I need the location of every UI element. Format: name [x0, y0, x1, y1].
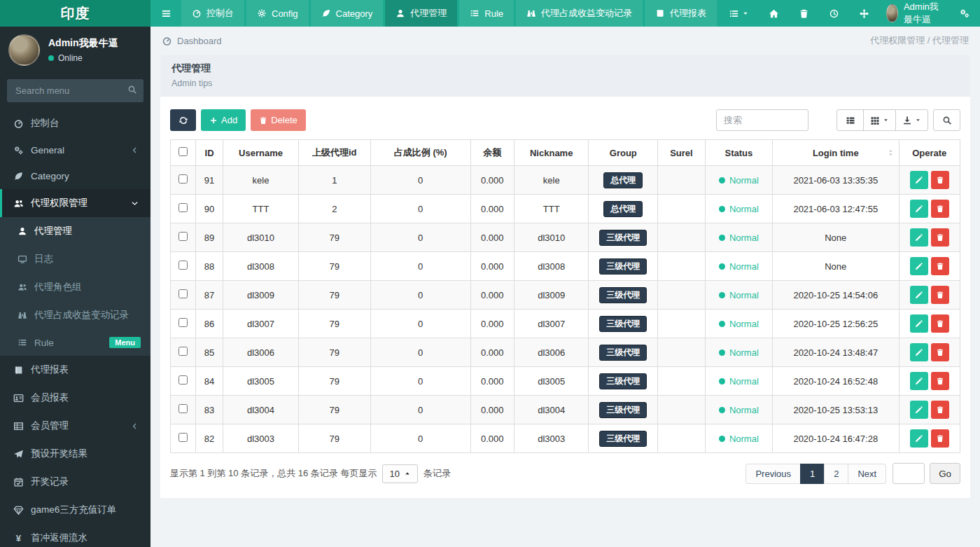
- row-delete-button[interactable]: [931, 401, 949, 419]
- refresh-button[interactable]: [170, 109, 196, 131]
- refresh-icon: [178, 116, 188, 125]
- row-delete-button[interactable]: [931, 429, 949, 448]
- trash-icon: [936, 434, 944, 443]
- row-delete-button[interactable]: [931, 200, 949, 218]
- home-button[interactable]: [759, 0, 789, 27]
- sidebar-item[interactable]: 会员报表: [0, 384, 150, 412]
- search-icon: [127, 85, 137, 95]
- nav-item[interactable]: Category: [311, 0, 384, 27]
- page-number-button[interactable]: 2: [824, 464, 848, 484]
- sidebar-submenu-item[interactable]: 代理占成收益变动记录: [0, 301, 150, 329]
- sidebar-item[interactable]: General: [0, 137, 150, 163]
- edit-button[interactable]: [910, 228, 928, 247]
- row-checkbox[interactable]: [178, 433, 188, 442]
- row-delete-button[interactable]: [931, 372, 949, 390]
- sidebar-toggle-button[interactable]: [150, 0, 181, 27]
- nav-item[interactable]: Rule: [459, 0, 514, 27]
- go-button[interactable]: Go: [930, 463, 960, 484]
- sidebar-item[interactable]: game6三方充值订单: [0, 496, 150, 524]
- sidebar-submenu-item[interactable]: 代理管理: [0, 217, 150, 245]
- row-checkbox[interactable]: [178, 289, 188, 298]
- export-dropdown-button[interactable]: [895, 109, 928, 131]
- user-menu[interactable]: Admin我最牛逼: [879, 0, 949, 27]
- sidebar-item[interactable]: Category: [0, 163, 150, 189]
- next-page-button[interactable]: Next: [848, 464, 886, 484]
- sidebar-item[interactable]: 控制台: [0, 109, 150, 137]
- clear-cache-button[interactable]: [789, 0, 819, 27]
- edit-button[interactable]: [910, 257, 928, 275]
- row-checkbox[interactable]: [178, 232, 188, 241]
- edit-button[interactable]: [910, 171, 928, 189]
- add-button[interactable]: Add: [201, 109, 246, 131]
- sidebar-item[interactable]: 预设开奖结果: [0, 440, 150, 468]
- column-header[interactable]: Username: [223, 140, 298, 166]
- column-header[interactable]: Status: [705, 140, 772, 166]
- fullscreen-button[interactable]: [849, 0, 879, 27]
- select-all-checkbox[interactable]: [178, 147, 188, 156]
- nav-item[interactable]: 代理报表: [645, 0, 717, 27]
- column-header[interactable]: Operate: [899, 140, 960, 166]
- row-delete-button[interactable]: [931, 343, 949, 361]
- settings-button[interactable]: [949, 0, 980, 27]
- trash-icon: [936, 319, 944, 328]
- cell-login-time: None: [773, 223, 899, 252]
- sidebar-user-panel[interactable]: Admin我最牛逼 Online: [0, 27, 150, 74]
- nav-item[interactable]: Config: [246, 0, 309, 27]
- row-checkbox[interactable]: [178, 375, 188, 385]
- page-size-select[interactable]: 10: [382, 464, 417, 483]
- row-delete-button[interactable]: [931, 171, 949, 189]
- column-header[interactable]: Nickname: [514, 140, 589, 166]
- row-delete-button[interactable]: [931, 228, 949, 247]
- dashboard-breadcrumb[interactable]: Dashboard: [162, 36, 222, 46]
- sidebar-item-label: Rule: [34, 338, 103, 348]
- edit-button[interactable]: [910, 372, 928, 390]
- sidebar-item[interactable]: 代理报表: [0, 356, 150, 384]
- previous-page-button[interactable]: Previous: [746, 464, 801, 484]
- column-header[interactable]: Surel: [658, 140, 705, 166]
- trash-icon: [936, 262, 944, 270]
- column-header[interactable]: ID: [195, 140, 223, 166]
- nav-item[interactable]: 控制台: [181, 0, 244, 27]
- edit-button[interactable]: [910, 314, 928, 333]
- row-checkbox[interactable]: [178, 318, 188, 327]
- row-checkbox[interactable]: [178, 261, 188, 270]
- sidebar-item[interactable]: 开奖记录: [0, 468, 150, 496]
- sidebar-submenu-item[interactable]: 日志: [0, 245, 150, 273]
- row-checkbox[interactable]: [178, 174, 188, 184]
- edit-button[interactable]: [910, 401, 928, 419]
- edit-button[interactable]: [910, 429, 928, 448]
- columns-dropdown-button[interactable]: [863, 109, 896, 131]
- quick-menu-dropdown-button[interactable]: [719, 0, 759, 27]
- column-header[interactable]: 上级代理id: [298, 140, 370, 166]
- delete-button[interactable]: Delete: [251, 109, 306, 131]
- sidebar-item[interactable]: 代理权限管理: [0, 189, 150, 217]
- row-checkbox[interactable]: [178, 347, 188, 356]
- column-header[interactable]: Login time: [773, 140, 899, 166]
- column-header[interactable]: Group: [589, 140, 658, 166]
- sidebar-item[interactable]: ¥首冲返佣流水: [0, 524, 150, 547]
- brand-logo[interactable]: 印度: [0, 0, 150, 27]
- row-delete-button[interactable]: [931, 257, 949, 275]
- table-search-input[interactable]: [716, 109, 808, 131]
- page-number-button[interactable]: 1: [800, 464, 825, 484]
- page-jump-input[interactable]: [892, 463, 925, 484]
- search-toggle-button[interactable]: [933, 109, 960, 131]
- edit-button[interactable]: [910, 343, 928, 361]
- row-delete-button[interactable]: [931, 286, 949, 304]
- sidebar-submenu-item[interactable]: RuleMenu: [0, 329, 150, 356]
- row-delete-button[interactable]: [931, 314, 949, 333]
- column-header[interactable]: 占成比例 (%): [370, 140, 470, 166]
- nav-item[interactable]: 代理管理: [385, 0, 457, 27]
- sidebar-submenu-item[interactable]: 代理角色组: [0, 273, 150, 301]
- nav-item[interactable]: 代理占成收益变动记录: [516, 0, 643, 27]
- edit-button[interactable]: [910, 286, 928, 304]
- row-checkbox[interactable]: [178, 404, 188, 413]
- trash-icon: [936, 377, 944, 385]
- sidebar-item[interactable]: 会员管理: [0, 412, 150, 440]
- detail-view-button[interactable]: [836, 109, 864, 131]
- menu-search-input[interactable]: [7, 79, 144, 102]
- row-checkbox[interactable]: [178, 203, 188, 212]
- column-header[interactable]: 余额: [470, 140, 514, 166]
- history-button[interactable]: [819, 0, 849, 27]
- edit-button[interactable]: [910, 200, 928, 218]
